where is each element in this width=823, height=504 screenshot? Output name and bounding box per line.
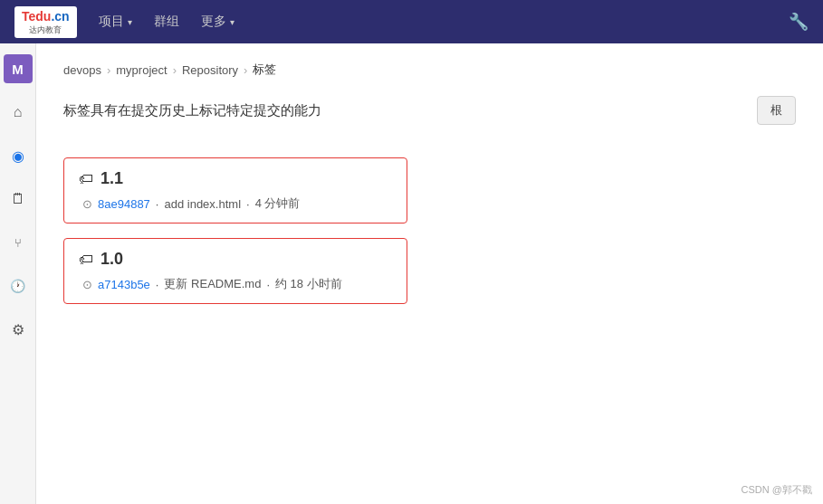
nav-item-groups[interactable]: 群组 — [154, 14, 179, 30]
tag-commit-row-1: ⊙ 8ae94887 · add index.html · 4 分钟前 — [79, 195, 392, 212]
logo-subtitle: 达内教育 — [22, 24, 70, 36]
page-description: 标签具有在提交历史上标记特定提交的能力 — [63, 102, 321, 119]
breadcrumb-current: 标签 — [253, 62, 276, 78]
sidebar-icon-home[interactable]: ⌂ — [4, 98, 33, 127]
logo-tedu: Tedu — [22, 9, 51, 24]
sidebar-icon-avatar[interactable]: M — [4, 54, 33, 83]
branch-icon-2: ⊙ — [82, 278, 92, 291]
sidebar-icon-merge[interactable]: ⑂ — [4, 228, 33, 257]
dot-2b: · — [266, 278, 270, 291]
dot-2: · — [156, 278, 159, 291]
commit-msg-2: 更新 README.md — [164, 276, 261, 292]
branch-icon-1: ⊙ — [82, 197, 92, 211]
description-bar: 标签具有在提交历史上标记特定提交的能力 根 — [63, 96, 796, 136]
breadcrumb-sep-3: › — [244, 63, 247, 77]
dot-1b: · — [246, 197, 250, 211]
breadcrumb: devops › myproject › Repository › 标签 — [63, 62, 796, 78]
tag-icon-1: 🏷 — [79, 171, 93, 187]
logo[interactable]: Tedu.cn 达内教育 — [14, 6, 77, 38]
nav-item-more[interactable]: 更多 ▾ — [201, 14, 234, 30]
sidebar: M ⌂ ◉ 🗒 ⑂ 🕐 ⚙ — [0, 43, 36, 504]
sidebar-icon-activity[interactable]: ◉ — [4, 141, 33, 170]
wrench-icon[interactable]: 🔧 — [789, 12, 809, 32]
main-layout: M ⌂ ◉ 🗒 ⑂ 🕐 ⚙ devops › myproject › Repos… — [0, 43, 823, 504]
tag-version-1: 1.1 — [100, 169, 123, 188]
tag-list: 🏷 1.1 ⊙ 8ae94887 · add index.html · 4 分钟… — [63, 157, 796, 319]
chevron-down-icon-more: ▾ — [230, 17, 234, 27]
main-content: devops › myproject › Repository › 标签 标签具… — [36, 43, 823, 504]
logo-cn: .cn — [51, 9, 69, 24]
breadcrumb-myproject[interactable]: myproject — [116, 63, 167, 77]
breadcrumb-repository[interactable]: Repository — [182, 63, 238, 77]
commit-time-2: 约 18 小时前 — [275, 276, 342, 292]
breadcrumb-devops[interactable]: devops — [63, 63, 101, 77]
commit-time-1: 4 分钟前 — [255, 195, 301, 212]
nav-item-projects[interactable]: 项目 ▾ — [99, 14, 132, 30]
sidebar-icon-clock[interactable]: 🕐 — [4, 271, 33, 300]
watermark: CSDN @郭不戳 — [742, 483, 812, 497]
sidebar-icon-settings[interactable]: ⚙ — [4, 315, 33, 344]
commit-msg-1: add index.html — [164, 197, 241, 211]
breadcrumb-sep-1: › — [107, 63, 110, 77]
commit-hash-link-2[interactable]: a7143b5e — [98, 278, 150, 291]
top-navigation: Tedu.cn 达内教育 项目 ▾ 群组 更多 ▾ 🔧 — [0, 0, 823, 43]
tag-version-2: 1.0 — [100, 250, 123, 269]
tag-commit-row-2: ⊙ a7143b5e · 更新 README.md · 约 18 小时前 — [79, 276, 392, 292]
dot-1: · — [156, 197, 159, 211]
sidebar-icon-document[interactable]: 🗒 — [4, 185, 33, 214]
breadcrumb-sep-2: › — [173, 63, 177, 77]
generate-button[interactable]: 根 — [757, 96, 796, 125]
tag-item-1: 🏷 1.1 ⊙ 8ae94887 · add index.html · 4 分钟… — [63, 157, 407, 223]
tag-icon-2: 🏷 — [79, 252, 93, 268]
chevron-down-icon: ▾ — [128, 17, 132, 27]
tag-name-row-1: 🏷 1.1 — [79, 169, 392, 188]
commit-hash-link-1[interactable]: 8ae94887 — [98, 197, 150, 211]
tag-name-row-2: 🏷 1.0 — [79, 250, 392, 269]
tag-item-2: 🏷 1.0 ⊙ a7143b5e · 更新 README.md · 约 18 小… — [63, 238, 407, 304]
